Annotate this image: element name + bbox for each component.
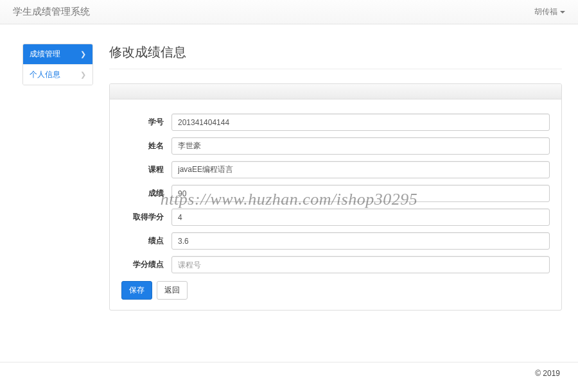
save-button[interactable]: 保存 bbox=[121, 281, 152, 300]
chevron-right-icon: ❯ bbox=[80, 50, 86, 58]
app-brand: 学生成绩管理系统 bbox=[13, 6, 90, 18]
label-course: 课程 bbox=[121, 164, 171, 175]
form-row-course: 课程 bbox=[121, 161, 550, 178]
sidebar-item-label: 个人信息 bbox=[30, 69, 60, 80]
label-name: 姓名 bbox=[121, 141, 171, 151]
input-gpa[interactable] bbox=[171, 232, 550, 250]
footer-copyright: © 2019 bbox=[535, 369, 560, 378]
user-menu[interactable]: 胡传福 bbox=[534, 6, 565, 17]
sidebar-item-profile[interactable]: 个人信息 ❯ bbox=[23, 65, 92, 85]
input-student-id[interactable] bbox=[171, 114, 550, 131]
form-row-credit: 取得学分 bbox=[121, 209, 550, 226]
back-button[interactable]: 返回 bbox=[157, 281, 188, 300]
top-navbar: 学生成绩管理系统 胡传福 bbox=[0, 0, 578, 24]
input-credit-gpa[interactable] bbox=[171, 256, 550, 273]
input-course[interactable] bbox=[171, 161, 550, 178]
label-credit-gpa: 学分绩点 bbox=[121, 259, 171, 270]
input-score[interactable] bbox=[171, 185, 550, 202]
page-title: 修改成绩信息 bbox=[109, 44, 562, 69]
label-credit: 取得学分 bbox=[121, 212, 171, 223]
main-container: 成绩管理 ❯ 个人信息 ❯ 修改成绩信息 学号 姓名 课程 bbox=[0, 24, 578, 311]
form-actions: 保存 返回 bbox=[121, 281, 550, 300]
form-row-name: 姓名 bbox=[121, 137, 550, 155]
panel-header bbox=[110, 84, 561, 99]
form-row-student-id: 学号 bbox=[121, 114, 550, 131]
label-score: 成绩 bbox=[121, 188, 171, 199]
form-panel: 学号 姓名 课程 成绩 取得学分 bbox=[109, 83, 562, 311]
form-row-credit-gpa: 学分绩点 bbox=[121, 256, 550, 273]
label-gpa: 绩点 bbox=[121, 235, 171, 246]
sidebar-item-score-mgmt[interactable]: 成绩管理 ❯ bbox=[23, 44, 92, 65]
panel-body: 学号 姓名 课程 成绩 取得学分 bbox=[110, 99, 561, 310]
chevron-right-icon: ❯ bbox=[80, 71, 86, 79]
form-row-score: 成绩 bbox=[121, 185, 550, 202]
form-row-gpa: 绩点 bbox=[121, 232, 550, 250]
sidebar-item-label: 成绩管理 bbox=[30, 49, 60, 60]
caret-down-icon bbox=[560, 11, 565, 13]
sidebar: 成绩管理 ❯ 个人信息 ❯ bbox=[22, 44, 93, 85]
footer-divider bbox=[0, 362, 578, 362]
input-credit[interactable] bbox=[171, 209, 550, 226]
main-content: 修改成绩信息 学号 姓名 课程 成绩 bbox=[109, 44, 562, 311]
user-name: 胡传福 bbox=[534, 6, 557, 17]
input-name[interactable] bbox=[171, 137, 550, 155]
label-student-id: 学号 bbox=[121, 117, 171, 128]
